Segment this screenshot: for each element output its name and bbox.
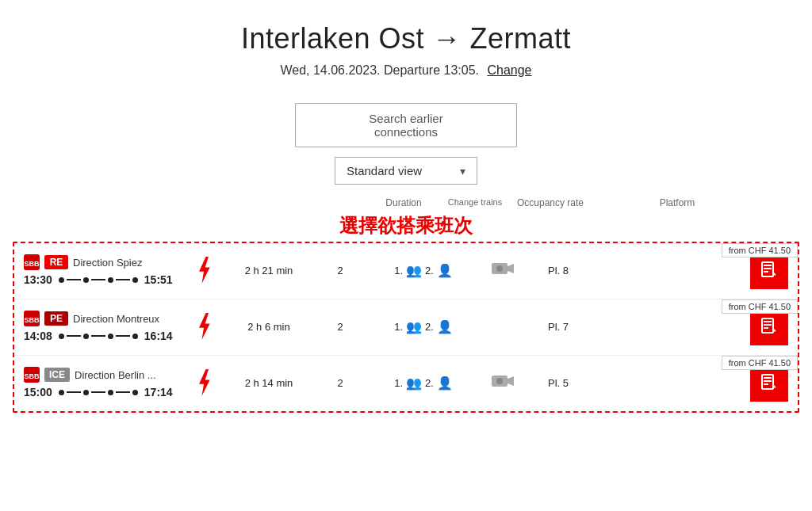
line <box>67 279 81 280</box>
dot <box>132 334 138 339</box>
dot <box>59 334 64 339</box>
direction-text: Direction Spiez <box>73 257 142 269</box>
svg-marker-24 <box>508 376 514 386</box>
data-change: 2 <box>312 321 368 333</box>
controls: Search earlier connections Standard view… <box>0 103 812 185</box>
svg-point-4 <box>496 265 503 272</box>
data-duration: 2 h 21 min <box>225 265 312 276</box>
line <box>91 335 105 337</box>
occ2-label: 2. <box>425 377 434 389</box>
camera-icon <box>492 261 514 276</box>
book-icon <box>760 373 779 392</box>
svg-rect-27 <box>764 380 772 382</box>
connections-box: from CHF 41.50 SBB RE Direction Spiez 13… <box>13 242 799 413</box>
svg-rect-8 <box>764 268 772 269</box>
price-tag: from CHF 41.50 <box>722 356 798 370</box>
col-change-header: Change trains <box>447 197 503 208</box>
connection-main: SBB RE Direction Spiez 13:30 <box>24 243 788 299</box>
dot <box>108 390 113 395</box>
lightning-icon <box>195 257 213 284</box>
direction-text: Direction Montreux <box>73 313 159 325</box>
occ1-label: 1. <box>394 377 403 389</box>
line <box>67 335 81 337</box>
data-platform: Pl. 8 <box>527 265 590 276</box>
data-occupancy: 1. 👥 2. 👤 <box>368 319 479 334</box>
svg-rect-16 <box>764 324 772 326</box>
direction-text: Direction Berlin ... <box>75 369 156 381</box>
occ1-icon: 👥 <box>406 263 422 278</box>
select-overlay-label: 選擇欲搭乘班次 <box>0 213 812 238</box>
col-occupancy-header: Occupancy rate <box>503 197 598 208</box>
price-tag: from CHF 41.50 <box>722 299 798 314</box>
arrive-time: 15:51 <box>144 273 173 286</box>
occ1-icon: 👥 <box>406 376 422 391</box>
occ2-label: 2. <box>425 321 434 333</box>
occ2-icon: 👤 <box>437 319 453 334</box>
dot <box>59 390 64 395</box>
lightning-icon <box>195 369 213 396</box>
change-link[interactable]: Change <box>487 63 531 77</box>
svg-rect-15 <box>764 321 772 322</box>
time-row: 15:00 17:14 <box>24 386 182 399</box>
occ2-icon: 👤 <box>437 263 453 278</box>
depart-time: 15:00 <box>24 386 52 399</box>
train-svg-icon: SBB <box>24 367 40 383</box>
svg-marker-21 <box>199 369 210 396</box>
data-camicon <box>479 373 527 392</box>
data-platform: Pl. 5 <box>527 377 590 389</box>
connection-row: from CHF 41.50 SBB RE Direction Spiez 13… <box>14 243 798 299</box>
price-tag: from CHF 41.50 <box>722 243 798 257</box>
svg-text:SBB: SBB <box>24 260 40 268</box>
connection-main: SBB ICE Direction Berlin ... 15:00 <box>24 356 788 411</box>
depart-time: 14:08 <box>24 330 52 342</box>
line <box>91 279 105 280</box>
lightning-icon <box>195 313 213 340</box>
train-badge: RE <box>44 255 68 269</box>
connection-row: from CHF 41.50 SBB ICE Direction Berlin … <box>14 356 798 411</box>
dot <box>132 390 138 395</box>
connection-row: from CHF 41.50 SBB PE Direction Montreux… <box>14 299 798 356</box>
svg-rect-17 <box>764 327 768 329</box>
train-top: SBB ICE Direction Berlin ... <box>24 367 182 383</box>
line <box>91 391 105 393</box>
col-data: 2 h 6 min 2 1. 👥 2. 👤 Pl. 7 <box>225 319 750 334</box>
arrive-time: 17:14 <box>144 386 173 399</box>
dot <box>83 334 89 339</box>
columns-header: Duration Change trains Occupancy rate Pl… <box>0 197 812 213</box>
dot <box>83 390 89 395</box>
occ2-label: 2. <box>425 265 434 276</box>
camera-icon <box>492 373 514 389</box>
occ2-icon: 👤 <box>437 376 453 391</box>
col-duration-header: Duration <box>360 197 447 208</box>
col-platform-header: Platform <box>645 197 709 208</box>
svg-text:SBB: SBB <box>24 372 40 380</box>
train-top: SBB PE Direction Montreux <box>24 311 182 326</box>
occ1-label: 1. <box>394 265 403 276</box>
svg-rect-28 <box>764 383 768 385</box>
time-row: 14:08 16:14 <box>24 330 182 342</box>
train-info: SBB ICE Direction Berlin ... 15:00 <box>24 367 182 399</box>
svg-rect-7 <box>764 265 772 266</box>
line <box>116 391 130 393</box>
svg-text:SBB: SBB <box>24 316 40 324</box>
data-duration: 2 h 14 min <box>225 377 312 389</box>
data-platform: Pl. 7 <box>527 321 590 333</box>
train-svg-icon: SBB <box>24 311 40 326</box>
data-duration: 2 h 6 min <box>225 321 312 333</box>
search-earlier-button[interactable]: Search earlier connections <box>295 103 517 147</box>
data-occupancy: 1. 👥 2. 👤 <box>368 376 479 391</box>
connection-main: SBB PE Direction Montreux 14:08 <box>24 299 788 355</box>
svg-marker-2 <box>199 257 210 284</box>
dot <box>108 277 113 283</box>
data-camicon <box>479 261 527 280</box>
book-icon <box>760 261 779 280</box>
arrive-time: 16:14 <box>144 330 173 342</box>
dot <box>83 277 89 283</box>
line <box>116 279 130 280</box>
occ1-icon: 👥 <box>406 319 422 334</box>
book-icon <box>760 317 779 336</box>
view-select-wrapper[interactable]: Standard view ▾ Standard view Timetable … <box>335 157 477 185</box>
svg-rect-9 <box>764 271 768 273</box>
dot <box>108 334 113 339</box>
route-title: Interlaken Ost → Zermatt <box>16 22 796 55</box>
